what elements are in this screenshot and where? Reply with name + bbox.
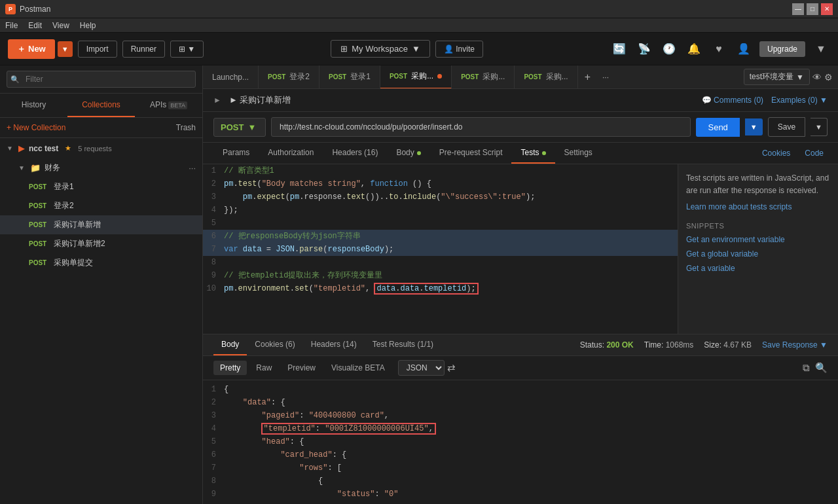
proxy-button[interactable]: ⊞ ▼	[170, 41, 204, 58]
resp-tab-cookies[interactable]: Cookies (6)	[247, 334, 302, 355]
resp-line-4: 4 "templetid": "0001Z81000000006UI45",	[203, 422, 838, 435]
format-right: ⧉ 🔍	[803, 362, 828, 374]
wrap-lines-button[interactable]: ⇄	[447, 362, 456, 374]
send-dropdown-button[interactable]: ▼	[745, 118, 763, 135]
resp-tab-headers[interactable]: Headers (14)	[303, 334, 365, 355]
invite-icon: 👤	[444, 45, 454, 54]
code-line-3: 3 pm.expect(pm.response.text())..to.incl…	[203, 190, 678, 204]
req-tab-body[interactable]: Body	[387, 143, 429, 164]
url-input[interactable]	[271, 117, 691, 137]
request-title-section: ► ► 采购订单新增 💬 Comments (0) Examples (0) ▼	[203, 89, 838, 112]
menu-edit[interactable]: Edit	[28, 21, 42, 30]
sidebar-tab-apis[interactable]: APIsBETA	[135, 94, 202, 117]
code-line-2: 2 pm.test("Body matches string", functio…	[203, 177, 678, 190]
snippet-var[interactable]: Get a variable	[686, 264, 830, 273]
avatar-button[interactable]: 👤	[735, 40, 753, 58]
subfolder-name: 财务	[45, 162, 60, 173]
more-tabs-button[interactable]: ···	[597, 73, 614, 82]
request-tabs: Params Authorization Headers (16) Body P…	[203, 143, 838, 164]
method-chevron-icon: ▼	[247, 122, 256, 132]
req-tab-authorization[interactable]: Authorization	[259, 143, 323, 164]
upgrade-chevron[interactable]: ▼	[812, 40, 830, 58]
tab-login2[interactable]: POST 登录2	[259, 65, 319, 89]
req-tab-prerequest[interactable]: Pre-request Script	[430, 143, 512, 164]
code-line-10: 10 pm.environment.set("templetid", data.…	[203, 282, 678, 295]
request-item-purchase-new2[interactable]: POST 采购订单新增2	[0, 234, 202, 253]
subfolder-caiwu[interactable]: ▼ 📁 财务 ···	[0, 158, 202, 177]
upgrade-button[interactable]: Upgrade	[759, 41, 805, 57]
sidebar-tab-history[interactable]: History	[0, 94, 67, 117]
copy-response-button[interactable]: ⧉	[803, 362, 810, 374]
fmt-tab-visualize[interactable]: Visualize BETA	[325, 361, 392, 375]
sidebar-content: ▼ ▶ ncc test ★ 5 requests ▼ 📁 财务 ··· POS…	[0, 138, 202, 504]
examples-button[interactable]: Examples (0) ▼	[771, 96, 828, 105]
invite-button[interactable]: 👤 Invite	[435, 41, 483, 58]
collection-ncc-test[interactable]: ▼ ▶ ncc test ★ 5 requests	[0, 138, 202, 158]
workspace-button[interactable]: ⊞ My Workspace ▼	[331, 40, 430, 58]
code-editor[interactable]: 1 // 断言类型1 2 pm.test("Body matches strin…	[203, 164, 678, 334]
maximize-button[interactable]: □	[807, 3, 818, 15]
radar-button[interactable]: 📡	[635, 40, 653, 58]
snippet-global-var[interactable]: Get a global variable	[686, 249, 830, 259]
new-dropdown-button[interactable]: ▼	[58, 41, 73, 57]
request-item-purchase-submit[interactable]: POST 采购单提交	[0, 253, 202, 272]
resp-tab-test-results[interactable]: Test Results (1/1)	[365, 334, 441, 355]
send-button[interactable]: Send	[696, 118, 739, 137]
env-dropdown[interactable]: test环境变量 ▼	[744, 69, 810, 85]
window-controls[interactable]: — □ ✕	[792, 3, 833, 15]
req-tab-headers[interactable]: Headers (16)	[323, 143, 387, 164]
format-select[interactable]: JSON XML HTML Text	[398, 360, 445, 376]
search-response-button[interactable]: 🔍	[815, 362, 828, 374]
tab-launchp[interactable]: Launchp...	[203, 65, 259, 89]
sync-button[interactable]: 🔄	[610, 40, 628, 58]
learn-more-link[interactable]: Learn more about tests scripts	[686, 202, 792, 211]
new-tab-button[interactable]: +	[578, 65, 597, 89]
env-eye-button[interactable]: 👁	[812, 72, 822, 82]
req-tab-params[interactable]: Params	[213, 143, 259, 164]
menu-help[interactable]: Help	[80, 21, 96, 30]
resp-tab-body[interactable]: Body	[213, 334, 247, 355]
history-button[interactable]: 🕐	[660, 40, 678, 58]
fmt-tab-preview[interactable]: Preview	[281, 361, 322, 375]
cookies-button[interactable]: Cookies	[758, 143, 794, 163]
code-line-5: 5	[203, 217, 678, 230]
method-select[interactable]: POST ▼	[213, 118, 266, 137]
snippet-env-var[interactable]: Get an environment variable	[686, 235, 830, 244]
sidebar-tab-collections[interactable]: Collections	[67, 94, 135, 117]
sidebar-search-area	[0, 65, 202, 94]
tab-purchase-active[interactable]: POST 采购...	[380, 65, 452, 89]
runner-button[interactable]: Runner	[122, 41, 165, 58]
expand-arrow-icon: ▼	[7, 145, 13, 152]
menu-view[interactable]: View	[52, 21, 69, 30]
resp-line-2: 2 "data": {	[203, 396, 838, 409]
subfolder-more-icon[interactable]: ···	[189, 163, 196, 173]
minimize-button[interactable]: —	[792, 3, 804, 15]
heart-button[interactable]: ♥	[710, 40, 728, 58]
env-settings-button[interactable]: ⚙	[824, 72, 833, 82]
tab-purchase2[interactable]: POST 采购...	[452, 65, 515, 89]
save-button[interactable]: Save	[768, 117, 805, 137]
code-button[interactable]: Code	[801, 143, 828, 163]
request-item-purchase-new[interactable]: POST 采购订单新增	[0, 215, 202, 234]
code-line-7: 7 var data = JSON.parse(responseBody);	[203, 243, 678, 256]
comments-button[interactable]: 💬 Comments (0)	[702, 96, 763, 105]
fmt-tab-raw[interactable]: Raw	[249, 361, 278, 375]
menu-file[interactable]: File	[5, 21, 18, 30]
request-item-login1[interactable]: POST 登录1	[0, 177, 202, 196]
fmt-tab-pretty[interactable]: Pretty	[213, 361, 247, 375]
tab-purchase3[interactable]: POST 采购...	[515, 65, 577, 89]
save-dropdown-button[interactable]: ▼	[811, 118, 828, 136]
sidebar-search-input[interactable]	[7, 71, 196, 88]
trash-button[interactable]: Trash	[176, 123, 196, 132]
tab-login1[interactable]: POST 登录1	[319, 65, 380, 89]
new-button[interactable]: ＋ New	[8, 39, 55, 59]
notification-button[interactable]: 🔔	[685, 40, 703, 58]
req-tab-settings[interactable]: Settings	[555, 143, 602, 164]
request-item-login2[interactable]: POST 登录2	[0, 196, 202, 215]
menu-bar: File Edit View Help	[0, 18, 838, 33]
import-button[interactable]: Import	[78, 41, 117, 58]
close-button[interactable]: ✕	[821, 3, 833, 15]
req-tab-tests[interactable]: Tests	[511, 143, 555, 164]
new-collection-button[interactable]: + New Collection	[7, 123, 65, 132]
save-response-button[interactable]: Save Response ▼	[762, 340, 828, 350]
